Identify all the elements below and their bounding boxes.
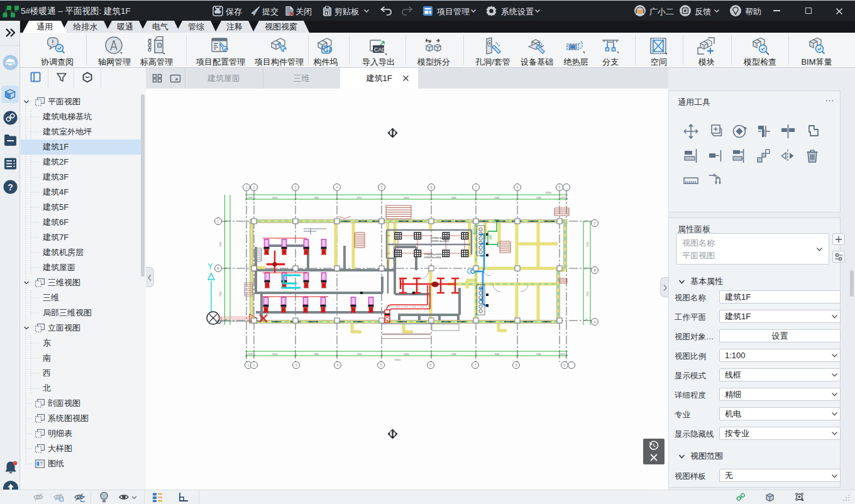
svg-text:7948: 7948: [536, 353, 541, 356]
svg-text:DN32 b=2650: DN32 b=2650: [432, 239, 450, 243]
svg-text:d25: d25: [489, 234, 492, 239]
svg-text:7862: 7862: [314, 353, 319, 356]
svg-text:7948: 7948: [494, 353, 499, 356]
svg-text:74350: 74350: [394, 359, 400, 361]
svg-text:A: A: [593, 320, 595, 324]
svg-text:7050: 7050: [219, 292, 222, 297]
svg-text:N-LQ-1: N-LQ-1: [473, 225, 476, 234]
svg-text:B: B: [217, 267, 219, 270]
svg-text:7468: 7468: [451, 353, 456, 356]
svg-text:74350: 74350: [545, 192, 551, 194]
svg-text:7050: 7050: [219, 242, 222, 247]
svg-text:6494: 6494: [404, 197, 409, 199]
svg-text:Y: Y: [207, 261, 213, 271]
svg-text:6494: 6494: [404, 353, 409, 356]
svg-text:7870: 7870: [357, 197, 362, 199]
svg-text:3294: 3294: [272, 353, 277, 356]
svg-text:7948: 7948: [536, 197, 541, 199]
svg-text:7948: 7948: [494, 197, 499, 199]
svg-text:1198: 1198: [248, 197, 253, 199]
svg-text:7050: 7050: [587, 242, 589, 247]
svg-text:7870: 7870: [561, 197, 566, 199]
svg-text:7468: 7468: [451, 197, 456, 199]
svg-text:CAD: CAD: [374, 47, 387, 53]
svg-text:B: B: [593, 269, 595, 272]
svg-text:GJ: GJ: [323, 46, 333, 53]
svg-text:7870: 7870: [561, 353, 566, 356]
svg-text:?: ?: [8, 182, 13, 192]
svg-text:7862: 7862: [314, 197, 319, 199]
svg-text:7050: 7050: [587, 292, 589, 297]
svg-text:DN32 b=2650: DN32 b=2650: [424, 256, 442, 259]
svg-text:7870: 7870: [357, 353, 362, 356]
svg-text:3294: 3294: [272, 197, 277, 199]
svg-text:1198: 1198: [248, 353, 253, 356]
